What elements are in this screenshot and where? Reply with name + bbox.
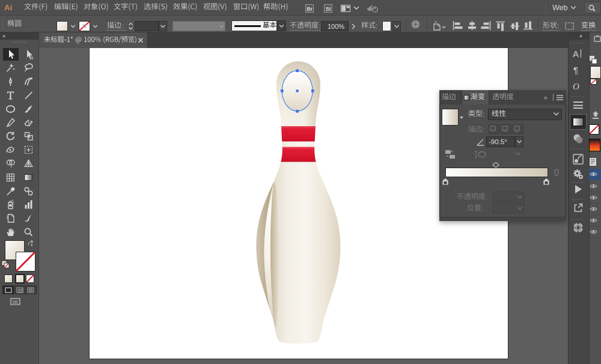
svg-text:«: « bbox=[579, 34, 582, 39]
svg-text::: : bbox=[376, 22, 377, 29]
svg-text::: : bbox=[481, 205, 483, 212]
svg-text:100%: 100% bbox=[328, 23, 344, 30]
svg-text:-90.5°: -90.5° bbox=[489, 138, 507, 145]
svg-text::: : bbox=[122, 22, 124, 29]
svg-text:A: A bbox=[573, 49, 579, 59]
svg-text:«: « bbox=[2, 34, 5, 39]
svg-text:¶: ¶ bbox=[573, 65, 578, 75]
svg-text::: : bbox=[483, 126, 484, 133]
svg-text:St: St bbox=[326, 6, 331, 12]
svg-text::: : bbox=[486, 193, 487, 201]
svg-text:»: » bbox=[544, 94, 548, 101]
svg-text::: : bbox=[557, 22, 559, 29]
svg-text:Web: Web bbox=[552, 4, 568, 12]
svg-text::: : bbox=[483, 111, 484, 118]
svg-text:O: O bbox=[573, 82, 579, 91]
svg-text:Ai: Ai bbox=[4, 3, 12, 12]
svg-text:Br: Br bbox=[307, 6, 313, 12]
